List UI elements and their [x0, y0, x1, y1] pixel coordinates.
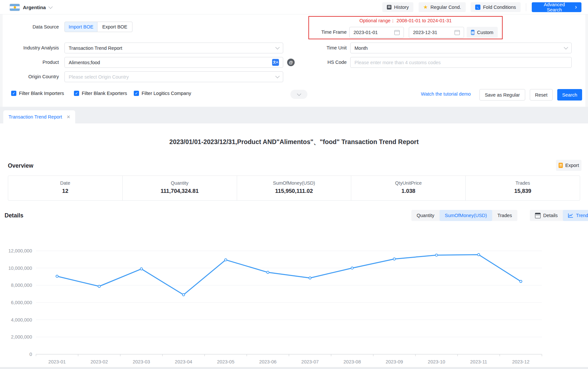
close-icon[interactable]: ×: [67, 114, 70, 120]
translate-engine-icon[interactable]: @: [287, 59, 295, 66]
overview-stats-card: Date 12 Quantity 111,704,324.81 SumOfMon…: [8, 175, 580, 201]
x-axis-tick-label: 2023-03: [133, 359, 150, 364]
history-label: History: [394, 5, 409, 10]
data-point-2023-02[interactable]: [98, 285, 100, 287]
chevron-down-icon: [564, 45, 568, 49]
time-frame-label: Time Frame: [294, 29, 347, 35]
y-axis-tick-label: 10,000,000: [8, 266, 32, 271]
data-point-2023-08[interactable]: [351, 267, 353, 269]
stat-value: 1.038: [351, 188, 465, 194]
view-tab-details[interactable]: Details: [530, 210, 563, 221]
product-label: Product: [7, 60, 59, 65]
tab-transaction-trend-report[interactable]: Transaction Trend Report ×: [3, 110, 75, 123]
chevron-down-icon: [275, 74, 280, 78]
custom-range-button[interactable]: ▦ Custom: [467, 27, 498, 38]
view-tabs: Details Trend: [530, 210, 588, 221]
data-point-2023-09[interactable]: [393, 258, 395, 260]
save-as-regular-button[interactable]: Save as Regular: [479, 89, 525, 101]
stat-label: QtyUnitPrice: [351, 180, 465, 186]
stat-label: Trades: [466, 180, 580, 186]
tutorial-demo-link[interactable]: Watch the tutorial demo: [421, 91, 471, 97]
y-axis-tick-label: 4,000,000: [11, 317, 32, 323]
custom-icon: ▦: [471, 30, 474, 35]
time-unit-select[interactable]: Month: [350, 43, 572, 53]
product-input[interactable]: [69, 60, 269, 65]
data-point-2023-03[interactable]: [140, 268, 143, 270]
time-unit-label: Time Unit: [294, 45, 347, 50]
fold-conditions-label: Fold Conditions: [483, 5, 516, 10]
stat-value: 15,839: [466, 188, 580, 194]
table-icon: [535, 213, 541, 218]
data-point-2023-11[interactable]: [477, 253, 480, 256]
export-file-icon: [559, 163, 563, 168]
argentina-flag-icon: [10, 4, 20, 11]
export-label: Export: [565, 163, 579, 168]
report-title: 2023/01/01-2023/12/31,Product AND"Alimen…: [0, 138, 588, 146]
view-tab-trend[interactable]: Trend: [563, 210, 588, 221]
checkbox-label: Filter Blank Exporters: [82, 91, 127, 96]
filter-logitics-company-checkbox[interactable]: ✓ Filter Logitics Company: [134, 91, 191, 96]
y-axis-tick-label: 0: [29, 352, 32, 357]
overview-heading: Overview: [8, 162, 33, 169]
start-date-field: [349, 27, 404, 38]
product-field: 文A: [64, 57, 283, 68]
advanced-search-label: Advanced Search: [536, 2, 572, 12]
export-button[interactable]: Export: [556, 160, 581, 171]
trend-line-chart: 02,000,0004,000,0006,000,0008,000,00010,…: [0, 229, 588, 367]
stat-quantity: Quantity 111,704,324.81: [122, 176, 237, 200]
data-point-2023-04[interactable]: [182, 294, 185, 296]
metric-tab-trades[interactable]: Trades: [492, 210, 517, 221]
stat-label: Date: [8, 180, 122, 186]
regular-cond-button[interactable]: ★ Regular Cond.: [419, 2, 466, 12]
chevron-right-icon: ›: [575, 4, 577, 10]
calendar-icon[interactable]: [394, 30, 400, 35]
end-date-field: [409, 27, 464, 38]
translate-icon[interactable]: 文A: [272, 59, 279, 66]
x-axis-tick-label: 2023-02: [91, 359, 108, 364]
data-point-2023-10[interactable]: [435, 254, 438, 256]
filter-blank-exporters-checkbox[interactable]: ✓ Filter Blank Exporters: [74, 91, 127, 96]
expand-conditions-button[interactable]: [290, 90, 307, 99]
details-heading: Details: [5, 212, 23, 219]
calendar-icon[interactable]: [455, 30, 460, 35]
import-boe-tab[interactable]: Import BOE: [64, 22, 97, 32]
view-trend-label: Trend: [576, 213, 588, 218]
country-selector[interactable]: Argentina: [10, 3, 52, 11]
data-point-2023-01[interactable]: [56, 275, 58, 277]
history-icon: [387, 5, 391, 9]
history-button[interactable]: History: [382, 2, 413, 12]
stat-value: 111,704,324.81: [123, 188, 237, 194]
search-button[interactable]: Search: [557, 89, 582, 101]
export-boe-tab[interactable]: Export BOE: [97, 22, 132, 32]
metric-tab-quantity[interactable]: Quantity: [411, 210, 440, 221]
x-axis-tick-label: 2023-04: [175, 359, 192, 364]
checkbox-checked-icon: ✓: [134, 91, 139, 96]
header-divider: [526, 3, 526, 11]
x-axis-tick-label: 2023-11: [470, 359, 487, 364]
data-point-2023-06[interactable]: [267, 271, 269, 273]
advanced-search-button[interactable]: Advanced Search ›: [532, 2, 581, 12]
hs-code-input[interactable]: [355, 60, 567, 65]
end-date-input[interactable]: [413, 30, 452, 35]
data-point-2023-05[interactable]: [225, 259, 227, 261]
y-axis-tick-label: 12,000,000: [8, 248, 32, 253]
stat-date: Date 12: [8, 176, 122, 200]
origin-country-select[interactable]: Please select Origin Country: [64, 71, 283, 82]
star-icon: ★: [423, 5, 428, 10]
origin-country-label: Origin Country: [7, 74, 59, 79]
metric-tab-sum-of-money[interactable]: SumOfMoney(USD): [440, 210, 492, 221]
industry-analysis-select[interactable]: Transaction Trend Report: [64, 43, 283, 53]
x-axis-tick-label: 2023-09: [386, 359, 403, 364]
bottom-scroll-area: [0, 367, 588, 369]
start-date-input[interactable]: [354, 30, 392, 35]
reset-button[interactable]: Reset: [530, 89, 553, 101]
data-source-toggle: Import BOE Export BOE: [64, 22, 132, 32]
chevron-down-icon: [275, 45, 280, 49]
regular-cond-label: Regular Cond.: [430, 5, 461, 10]
fold-conditions-button[interactable]: ↔ Fold Conditions: [471, 2, 521, 12]
filter-blank-importers-checkbox[interactable]: ✓ Filter Blank Importers: [11, 91, 64, 96]
checkbox-label: Filter Logitics Company: [142, 91, 191, 96]
stat-sum-of-money: SumOfMoney(USD) 115,950,111.02: [237, 176, 351, 200]
data-point-2023-12[interactable]: [520, 280, 522, 283]
data-point-2023-07[interactable]: [309, 277, 311, 279]
